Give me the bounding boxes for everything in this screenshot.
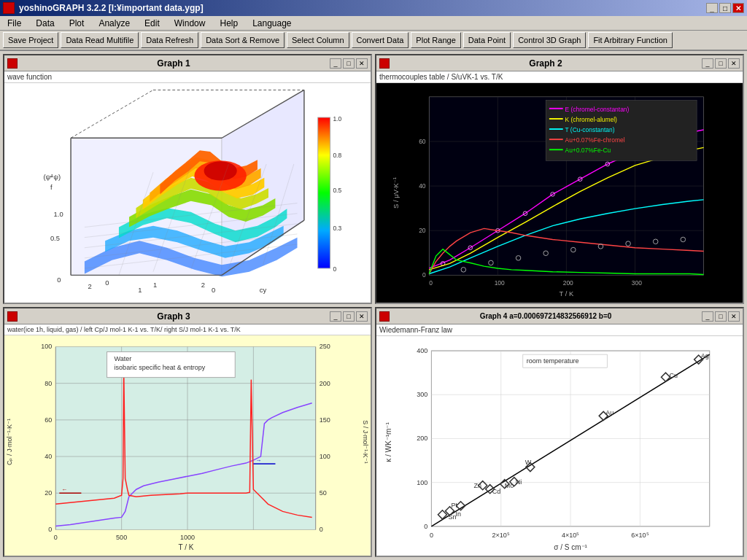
svg-text:6×10⁵: 6×10⁵ [631,532,649,539]
svg-text:400: 400 [417,347,427,354]
graph2-close[interactable]: ✕ [728,58,740,69]
data-read-multifile-button[interactable]: Data Read Multifile [61,32,139,48]
graph3-panel: Graph 3 _ □ ✕ water(ice 1h, liquid, gas)… [3,307,372,557]
svg-text:Cₚ / J·mol⁻¹·K⁻¹: Cₚ / J·mol⁻¹·K⁻¹ [6,419,13,465]
svg-rect-40 [318,117,330,268]
svg-text:κ / WK⁻¹m⁻¹: κ / WK⁻¹m⁻¹ [384,422,392,462]
svg-text:200: 200 [417,435,427,442]
svg-text:W: W [525,459,532,466]
svg-text:T (Cu-constantan): T (Cu-constantan) [565,126,615,133]
data-sort-remove-button[interactable]: Data Sort & Remove [201,32,285,48]
svg-text:0: 0 [54,534,58,541]
menu-file[interactable]: File [3,17,26,30]
svg-text:S / J·mol⁻¹·K⁻¹: S / J·mol⁻¹·K⁻¹ [362,420,369,464]
graph2-title: Graph 2 [390,58,702,69]
svg-text:0: 0 [105,279,109,287]
graph1-maximize[interactable]: □ [343,58,355,69]
svg-text:100: 100 [495,279,505,287]
graph3-titlebar: Graph 3 _ □ ✕ [4,308,371,324]
graph3-minimize[interactable]: _ [330,311,341,322]
graph4-icon [379,311,390,322]
menu-plot[interactable]: Plot [65,17,89,30]
svg-text:0: 0 [212,286,215,294]
graph1-icon [7,58,18,69]
graph2-minimize[interactable]: _ [702,58,713,69]
svg-text:T / K: T / K [179,543,194,551]
graph4-content[interactable]: Sn In Pt Zn Cd Mo [376,336,743,556]
title-bar: yoshinoGRAPH 3.2.2 [I:¥important data.yg… [0,0,747,16]
select-column-button[interactable]: Select Column [287,32,349,48]
menu-edit[interactable]: Edit [140,17,164,30]
svg-text:300: 300 [632,279,642,287]
graph1-minimize[interactable]: _ [330,58,341,69]
graph3-controls: _ □ ✕ [330,311,368,322]
svg-text:Cd: Cd [492,488,501,495]
graph3-icon [7,311,18,322]
svg-text:Ni: Ni [516,478,522,486]
graph2-controls: _ □ ✕ [702,58,740,69]
convert-data-button[interactable]: Convert Data [352,32,409,48]
svg-text:250: 250 [320,343,330,350]
graph3-close[interactable]: ✕ [356,311,368,322]
menu-bar: File Data Plot Analyze Edit Window Help … [0,16,747,31]
svg-text:T / K: T / K [560,289,574,298]
maximize-button[interactable]: □ [719,3,731,13]
graph4-title: Graph 4 a=0.000697214832566912 b=0 [390,312,702,320]
graph2-content[interactable]: 0 20 40 60 0 100 200 300 T / K S / μV·K⁻… [376,83,743,303]
app-icon [3,2,15,14]
graph4-maximize[interactable]: □ [715,311,727,322]
plot-range-button[interactable]: Plot Range [411,32,460,48]
svg-text:0.3: 0.3 [333,225,341,232]
minimize-button[interactable]: _ [706,3,718,13]
graph1-panel: Graph 1 _ □ ✕ wave function [3,54,372,304]
fit-arbitrary-function-button[interactable]: Fit Arbitrary Function [588,32,672,48]
svg-text:Ag: Ag [701,352,709,359]
svg-text:20: 20 [44,489,52,497]
svg-text:Zn: Zn [474,482,482,489]
svg-text:0: 0 [430,532,433,539]
data-point-button[interactable]: Data Point [463,32,511,48]
graph1-svg: 0 1.0 (ψ⁴ψ) f 0.5 0 1 2 1.0 0.8 0.5 0.3 … [4,83,371,303]
svg-text:200: 200 [320,380,330,387]
close-button[interactable]: ✕ [732,3,744,13]
menu-help[interactable]: Help [215,17,242,30]
graph1-subtitle: wave function [4,71,371,83]
svg-text:20: 20 [419,227,426,234]
menu-data[interactable]: Data [31,17,58,30]
svg-text:0: 0 [429,279,433,287]
menu-window[interactable]: Window [170,17,210,30]
data-refresh-button[interactable]: Data Refresh [141,32,198,48]
svg-text:1000: 1000 [180,534,195,541]
svg-text:Au+0.07%Fe-chromel: Au+0.07%Fe-chromel [565,136,625,144]
menu-language[interactable]: Language [248,17,295,30]
graph2-maximize[interactable]: □ [715,58,727,69]
svg-text:0: 0 [422,271,426,279]
graph4-titlebar: Graph 4 a=0.000697214832566912 b=0 _ □ ✕ [376,308,743,324]
svg-text:isobaric specific heat & entro: isobaric specific heat & entropy [115,364,206,371]
main-content: Graph 1 _ □ ✕ wave function [0,51,747,560]
svg-text:1.0: 1.0 [333,115,341,122]
svg-text:0.5: 0.5 [333,187,341,195]
svg-text:60: 60 [419,138,426,145]
svg-text:In: In [456,510,462,518]
graph4-panel: Graph 4 a=0.000697214832566912 b=0 _ □ ✕… [375,307,744,557]
svg-text:K (chromel-alumel): K (chromel-alumel) [565,116,618,123]
save-project-button[interactable]: Save Project [3,32,58,48]
svg-text:150: 150 [320,416,330,424]
svg-text:0: 0 [48,526,52,533]
svg-text:40: 40 [44,453,52,460]
graph3-subtitle: water(ice 1h, liquid, gas) / left Cp/J m… [4,324,371,335]
graph3-content[interactable]: ← → 0 20 40 60 80 100 0 50 100 150 200 2… [4,335,371,556]
graph3-maximize[interactable]: □ [343,311,355,322]
graph2-svg: 0 20 40 60 0 100 200 300 T / K S / μV·K⁻… [376,83,743,303]
svg-text:Cu: Cu [670,372,678,379]
svg-text:80: 80 [44,380,52,387]
graph4-controls: _ □ ✕ [702,311,740,322]
graph4-minimize[interactable]: _ [702,311,713,322]
graph1-content[interactable]: 0 1.0 (ψ⁴ψ) f 0.5 0 1 2 1.0 0.8 0.5 0.3 … [4,83,371,303]
menu-analyze[interactable]: Analyze [94,17,134,30]
graph4-close[interactable]: ✕ [728,311,740,322]
svg-text:f: f [50,183,53,191]
graph1-close[interactable]: ✕ [356,58,368,69]
control-3d-graph-button[interactable]: Control 3D Graph [513,32,586,48]
